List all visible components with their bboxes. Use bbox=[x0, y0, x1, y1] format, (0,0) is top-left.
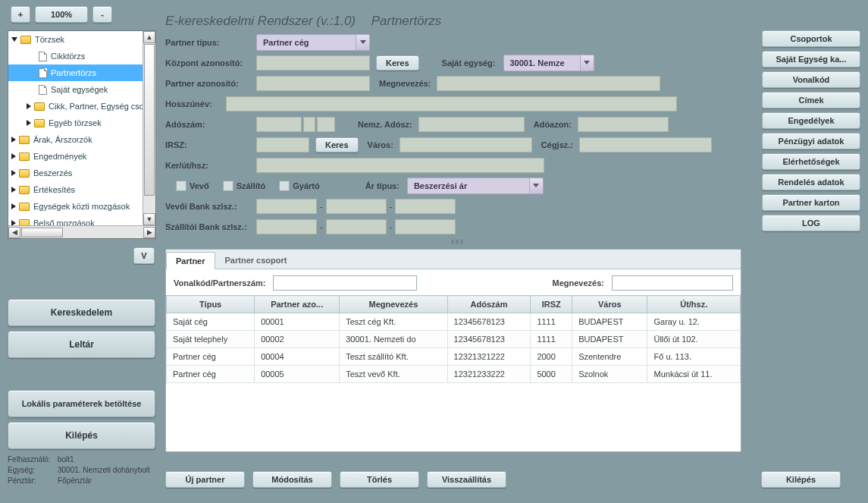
folder-icon bbox=[34, 102, 45, 111]
th-uthsz[interactable]: Út/hsz. bbox=[647, 296, 741, 313]
leltar-button[interactable]: Leltár bbox=[8, 331, 155, 358]
megnevezes-label: Megnevezés: bbox=[379, 79, 431, 88]
tree-group[interactable]: Beszerzés bbox=[8, 165, 155, 181]
megnevezes-search-input[interactable] bbox=[612, 275, 733, 291]
szallitoi-bank3-input[interactable] bbox=[395, 219, 456, 234]
torles-button[interactable]: Törlés bbox=[340, 471, 419, 488]
side-vonalkod-button[interactable]: Vonalkód bbox=[762, 71, 860, 88]
partner-type-dropdown[interactable]: Partner cég bbox=[256, 34, 370, 51]
side-sajat-egyseg-button[interactable]: Saját Egység ka... bbox=[762, 51, 860, 68]
table-row[interactable]: Saját cég00001Teszt cég Kft.123456781231… bbox=[167, 313, 741, 331]
page-icon bbox=[39, 68, 47, 78]
side-elerhetosegek-button[interactable]: Elérhetőségek bbox=[762, 153, 860, 170]
table-cell: 2000 bbox=[531, 348, 572, 366]
adoszam3-input[interactable] bbox=[317, 117, 335, 132]
tree-item[interactable]: Saját egységek bbox=[8, 81, 155, 98]
szallitoi-bank1-input[interactable] bbox=[256, 219, 317, 234]
th-varos[interactable]: Város bbox=[572, 296, 647, 313]
table-row[interactable]: Partner cég00005Teszt vevő Kft.123212332… bbox=[167, 366, 741, 383]
lokalis-param-button[interactable]: Lokális paraméterek betöltése bbox=[8, 390, 155, 417]
side-csoportok-button[interactable]: Csoportok bbox=[762, 30, 860, 47]
table-row[interactable]: Partner cég00004Teszt szállító Kft.12321… bbox=[167, 348, 741, 366]
kilepes-left-button[interactable]: Kilépés bbox=[8, 422, 155, 449]
nav-tree: Törzsek Cikktörzs Partnertörzs Saját egy… bbox=[8, 30, 156, 239]
tree-hscrollbar[interactable]: ◀ ▶ bbox=[8, 225, 155, 238]
sajat-egyseg-dropdown[interactable]: 30001. Nemze bbox=[503, 55, 594, 71]
keruthsz-input[interactable] bbox=[256, 158, 544, 173]
page-title: E-kereskedelmi Rendszer (v.:1.0) Partner… bbox=[165, 14, 441, 29]
tree-group[interactable]: Egységek közti mozgások bbox=[8, 198, 155, 215]
tree-item[interactable]: Cikk, Partner, Egység csop. bbox=[8, 98, 155, 115]
zoom-out-button[interactable]: - bbox=[92, 6, 112, 23]
tree-group[interactable]: Értékesítés bbox=[8, 181, 155, 198]
cegjsz-label: Cégjsz.: bbox=[541, 140, 573, 149]
table-cell: 00002 bbox=[255, 331, 340, 348]
table-cell: Saját cég bbox=[167, 313, 255, 331]
keres-kozpont-button[interactable]: Keres bbox=[376, 55, 419, 71]
tree-item[interactable]: Egyéb törzsek bbox=[8, 115, 155, 131]
th-azonosito[interactable]: Partner azo... bbox=[255, 296, 340, 313]
vevoi-bank1-input[interactable] bbox=[256, 199, 317, 214]
hosszunev-input[interactable] bbox=[226, 96, 677, 112]
kereskedelem-button[interactable]: Kereskedelem bbox=[8, 299, 155, 326]
uj-partner-button[interactable]: Új partner bbox=[165, 471, 245, 488]
chevron-down-icon bbox=[580, 55, 594, 71]
kozpont-input[interactable] bbox=[256, 55, 370, 71]
tree-root[interactable]: Törzsek bbox=[8, 31, 155, 48]
partner-azonosito-input[interactable] bbox=[256, 76, 370, 91]
nemz-adosz-input[interactable] bbox=[418, 117, 525, 132]
th-megnevezes[interactable]: Megnevezés bbox=[340, 296, 447, 313]
table-cell: Garay u. 12. bbox=[647, 313, 741, 331]
side-rendeles-button[interactable]: Rendelés adatok bbox=[762, 174, 860, 190]
tab-partner-csoport[interactable]: Partner csoport bbox=[215, 251, 297, 269]
kilepes-main-button[interactable]: Kilépés bbox=[761, 471, 841, 488]
szallitoi-bank-label: Szállítói Bank szlsz.: bbox=[165, 222, 256, 231]
varos-input[interactable] bbox=[400, 137, 532, 152]
visszaallitas-button[interactable]: Visszaállítás bbox=[427, 471, 506, 488]
side-log-button[interactable]: LOG bbox=[762, 215, 860, 231]
tab-partner[interactable]: Partner bbox=[166, 252, 215, 269]
ar-tipus-dropdown[interactable]: Beszerzési ár bbox=[407, 178, 544, 194]
th-irsz[interactable]: IRSZ bbox=[531, 296, 572, 313]
table-row[interactable]: Saját telephely0000230001. Nemzeti do123… bbox=[167, 331, 741, 348]
side-cimek-button[interactable]: Címek bbox=[762, 92, 860, 108]
tree-item[interactable]: Cikktörzs bbox=[8, 48, 155, 64]
szallitoi-bank2-input[interactable] bbox=[326, 219, 387, 234]
tree-group[interactable]: Engedmények bbox=[8, 148, 155, 165]
vevoi-bank2-input[interactable] bbox=[326, 199, 387, 214]
keres-irsz-button[interactable]: Keres bbox=[315, 137, 359, 152]
szallito-checkbox[interactable] bbox=[223, 181, 233, 191]
chevron-right-icon bbox=[11, 187, 16, 193]
tree-group-label: Árak, Árszorzók bbox=[33, 135, 92, 144]
irsz-input[interactable] bbox=[256, 137, 309, 152]
megnevezes-input[interactable] bbox=[437, 76, 660, 91]
zoom-in-button[interactable]: + bbox=[11, 6, 30, 23]
side-engedelyek-button[interactable]: Engedélyek bbox=[762, 112, 860, 129]
tree-group[interactable]: Árak, Árszorzók bbox=[8, 131, 155, 148]
table-cell: Munkácsi út 11. bbox=[647, 366, 741, 383]
tree-vscrollbar[interactable]: ▲ ▼ bbox=[143, 31, 155, 225]
gyarto-checkbox[interactable] bbox=[279, 181, 290, 191]
folder-icon bbox=[19, 203, 30, 211]
resize-grip-icon[interactable] bbox=[165, 240, 749, 244]
table-cell: 1111 bbox=[531, 313, 572, 331]
table-cell: Saját telephely bbox=[167, 331, 255, 348]
vevoi-bank3-input[interactable] bbox=[395, 199, 456, 214]
adoszam2-input[interactable] bbox=[303, 117, 315, 132]
tree-v-button[interactable]: V bbox=[133, 247, 155, 264]
side-karton-button[interactable]: Partner karton bbox=[762, 194, 860, 211]
vevo-checkbox[interactable] bbox=[176, 181, 186, 191]
table-cell: BUDAPEST bbox=[572, 313, 647, 331]
modositas-button[interactable]: Módosítás bbox=[252, 471, 332, 488]
zoom-value-button[interactable]: 100% bbox=[35, 6, 88, 23]
chevron-right-icon bbox=[11, 170, 16, 176]
side-penzugyi-button[interactable]: Pénzügyi adatok bbox=[762, 133, 860, 149]
tree-item-selected[interactable]: Partnertörzs bbox=[8, 64, 155, 81]
adoszam1-input[interactable] bbox=[256, 117, 302, 132]
th-adoszam[interactable]: Adószám bbox=[447, 296, 531, 313]
adoazon-input[interactable] bbox=[578, 117, 669, 132]
cegjsz-input[interactable] bbox=[579, 137, 712, 152]
th-tipus[interactable]: Típus bbox=[167, 296, 255, 313]
table-cell: 00001 bbox=[255, 313, 340, 331]
vonalkod-search-input[interactable] bbox=[273, 275, 417, 291]
